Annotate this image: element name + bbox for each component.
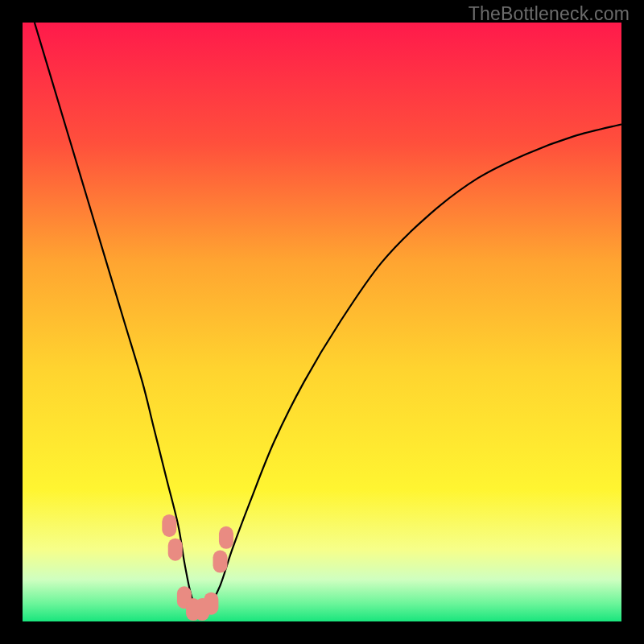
watermark-text: TheBottleneck.com xyxy=(469,3,630,25)
marker-point xyxy=(162,514,176,537)
chart-frame: TheBottleneck.com xyxy=(0,0,644,644)
marker-point xyxy=(168,539,183,561)
marker-point xyxy=(213,551,228,573)
marker-point xyxy=(219,526,233,549)
marker-point xyxy=(204,592,218,615)
bottleneck-curve xyxy=(35,23,621,616)
curve-layer xyxy=(23,23,621,621)
marker-group xyxy=(162,514,233,621)
plot-area xyxy=(23,23,621,621)
